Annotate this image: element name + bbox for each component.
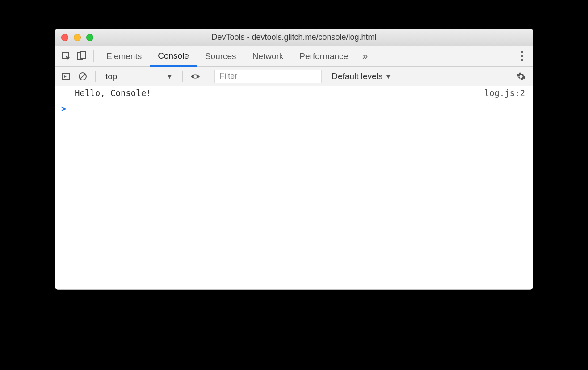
tab-performance[interactable]: Performance xyxy=(291,46,356,67)
chevron-down-icon: ▼ xyxy=(166,73,172,80)
settings-menu-icon[interactable] xyxy=(515,51,529,61)
live-expression-icon[interactable] xyxy=(189,70,202,83)
panel-tabbar: Elements Console Sources Network Perform… xyxy=(55,46,533,67)
svg-rect-2 xyxy=(81,52,85,58)
prompt-chevron-icon: > xyxy=(61,104,66,114)
filter-input[interactable] xyxy=(214,70,322,83)
console-settings-icon[interactable] xyxy=(513,71,529,81)
divider xyxy=(182,71,183,82)
traffic-lights xyxy=(61,34,93,41)
divider xyxy=(507,71,507,82)
divider xyxy=(510,50,510,62)
clear-console-icon[interactable] xyxy=(76,70,89,83)
tab-console[interactable]: Console xyxy=(150,46,197,67)
tab-network[interactable]: Network xyxy=(244,46,292,67)
log-source-link[interactable]: log.js:2 xyxy=(484,88,527,98)
divider xyxy=(95,71,96,82)
toggle-sidebar-icon[interactable] xyxy=(59,70,72,83)
console-output: Hello, Console! log.js:2 > xyxy=(55,86,533,289)
tab-sources[interactable]: Sources xyxy=(197,46,244,67)
svg-line-5 xyxy=(80,74,85,79)
close-window-button[interactable] xyxy=(61,34,68,41)
tab-elements[interactable]: Elements xyxy=(98,46,150,67)
chevron-down-icon: ▼ xyxy=(385,73,391,80)
console-log-row: Hello, Console! log.js:2 xyxy=(55,86,533,101)
zoom-window-button[interactable] xyxy=(86,34,93,41)
log-message: Hello, Console! xyxy=(75,88,484,98)
divider xyxy=(93,50,94,62)
devtools-window: DevTools - devtools.glitch.me/console/lo… xyxy=(55,29,533,290)
minimize-window-button[interactable] xyxy=(74,34,81,41)
svg-point-6 xyxy=(194,75,197,78)
execution-context-select[interactable]: top ▼ xyxy=(102,71,176,82)
device-toolbar-icon[interactable] xyxy=(74,49,89,64)
inspect-element-icon[interactable] xyxy=(59,49,74,64)
console-toolbar: top ▼ Default levels ▼ xyxy=(55,67,533,86)
levels-label: Default levels xyxy=(332,71,382,81)
console-prompt[interactable]: > xyxy=(55,101,533,116)
more-tabs-icon[interactable]: » xyxy=(356,50,374,62)
log-levels-select[interactable]: Default levels ▼ xyxy=(332,71,391,81)
divider xyxy=(208,71,208,82)
context-label: top xyxy=(105,71,117,81)
titlebar: DevTools - devtools.glitch.me/console/lo… xyxy=(55,29,533,46)
window-title: DevTools - devtools.glitch.me/console/lo… xyxy=(55,33,533,42)
